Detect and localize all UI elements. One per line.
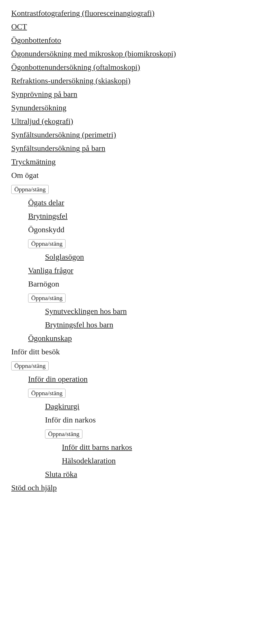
nav-link-29[interactable]: Dagkirurgi: [45, 402, 79, 411]
nav-item-3: Ögonundersökning med mikroskop (biomikro…: [11, 48, 259, 60]
section-header-20: Barnögon: [28, 278, 259, 290]
nav-item-11: Tryckmätning: [11, 156, 259, 168]
nav-item-15: Brytningsfel: [11, 210, 259, 222]
nav-item-34: Sluta röka: [11, 468, 259, 480]
nav-item-4: Ögonbottenundersökning (oftalmoskopi): [11, 61, 259, 73]
nav-item-8: Ultraljud (ekografi): [11, 115, 259, 127]
nav-item-22: Synutvecklingen hos barn: [11, 305, 259, 317]
toggle-button-28[interactable]: Öppna/stäng: [28, 389, 66, 398]
nav-item-30: Inför din narkos: [11, 414, 259, 426]
nav-link-2[interactable]: Ögonbottenfoto: [11, 36, 61, 44]
nav-item-14: Ögats delar: [11, 197, 259, 209]
nav-link-11[interactable]: Tryckmätning: [11, 157, 56, 166]
nav-item-29: Dagkirurgi: [11, 401, 259, 412]
nav-link-33[interactable]: Hälsodeklaration: [62, 456, 116, 465]
section-header-12: Om ögat: [11, 169, 259, 181]
toggle-button-13[interactable]: Öppna/stäng: [11, 185, 49, 194]
nav-item-10: Synfältsundersökning på barn: [11, 142, 259, 154]
nav-item-2: Ögonbottenfoto: [11, 34, 259, 46]
nav-item-21: Öppna/stäng: [11, 292, 259, 304]
nav-item-7: Synundersökning: [11, 102, 259, 114]
toggle-button-17[interactable]: Öppna/stäng: [28, 239, 66, 248]
toggle-button-26[interactable]: Öppna/stäng: [11, 361, 49, 370]
nav-item-12: Om ögat: [11, 169, 259, 181]
nav-link-6[interactable]: Synprövning på barn: [11, 90, 77, 99]
nav-link-9[interactable]: Synfältsundersökning (perimetri): [11, 130, 116, 139]
nav-item-9: Synfältsundersökning (perimetri): [11, 129, 259, 141]
nav-item-35: Stöd och hjälp: [11, 482, 259, 494]
nav-item-31: Öppna/stäng: [11, 428, 259, 440]
nav-item-19: Vanliga frågor: [11, 265, 259, 276]
nav-link-0[interactable]: Kontrastfotografering (fluoresceinangiog…: [11, 9, 154, 17]
nav-item-23: Brytningsfel hos barn: [11, 319, 259, 331]
nav-item-13: Öppna/stäng: [11, 183, 259, 195]
section-header-30: Inför din narkos: [45, 414, 259, 426]
nav-item-6: Synprövning på barn: [11, 88, 259, 100]
nav-link-19[interactable]: Vanliga frågor: [28, 266, 73, 275]
nav-link-4[interactable]: Ögonbottenundersökning (oftalmoskopi): [11, 63, 140, 71]
nav-item-18: Solglasögon: [11, 251, 259, 263]
section-header-25: Inför ditt besök: [11, 346, 259, 358]
nav-link-14[interactable]: Ögats delar: [28, 198, 64, 207]
nav-item-24: Ögonkunskap: [11, 332, 259, 344]
nav-item-20: Barnögon: [11, 278, 259, 290]
nav-item-25: Inför ditt besök: [11, 346, 259, 358]
nav-item-33: Hälsodeklaration: [11, 455, 259, 467]
nav-link-23[interactable]: Brytningsfel hos barn: [45, 320, 113, 329]
nav-link-18[interactable]: Solglasögon: [45, 252, 84, 261]
nav-link-3[interactable]: Ögonundersökning med mikroskop (biomikro…: [11, 49, 176, 58]
nav-link-27[interactable]: Inför din operation: [28, 375, 88, 383]
nav-item-16: Ögonskydd: [11, 224, 259, 236]
nav-item-32: Inför ditt barns narkos: [11, 441, 259, 453]
nav-item-1: OCT: [11, 21, 259, 33]
nav-item-0: Kontrastfotografering (fluoresceinangiog…: [11, 7, 259, 19]
nav-item-17: Öppna/stäng: [11, 237, 259, 249]
nav-link-35[interactable]: Stöd och hjälp: [11, 483, 57, 492]
nav-link-34[interactable]: Sluta röka: [45, 470, 77, 478]
nav-link-24[interactable]: Ögonkunskap: [28, 334, 72, 343]
nav-link-10[interactable]: Synfältsundersökning på barn: [11, 144, 105, 153]
nav-item-5: Refraktions-undersökning (skiaskopi): [11, 75, 259, 87]
toggle-button-31[interactable]: Öppna/stäng: [45, 430, 82, 439]
nav-link-22[interactable]: Synutvecklingen hos barn: [45, 307, 127, 316]
nav-item-27: Inför din operation: [11, 373, 259, 385]
nav-item-26: Öppna/stäng: [11, 359, 259, 372]
nav-item-28: Öppna/stäng: [11, 387, 259, 399]
nav-link-15[interactable]: Brytningsfel: [28, 212, 68, 220]
nav-link-5[interactable]: Refraktions-undersökning (skiaskopi): [11, 76, 130, 85]
nav-link-8[interactable]: Ultraljud (ekografi): [11, 117, 73, 126]
toggle-button-21[interactable]: Öppna/stäng: [28, 294, 66, 303]
nav-link-1[interactable]: OCT: [11, 22, 27, 31]
nav-link-32[interactable]: Inför ditt barns narkos: [62, 443, 132, 451]
main-navigation: Kontrastfotografering (fluoresceinangiog…: [11, 7, 259, 494]
nav-link-7[interactable]: Synundersökning: [11, 103, 66, 112]
section-header-16: Ögonskydd: [28, 224, 259, 236]
